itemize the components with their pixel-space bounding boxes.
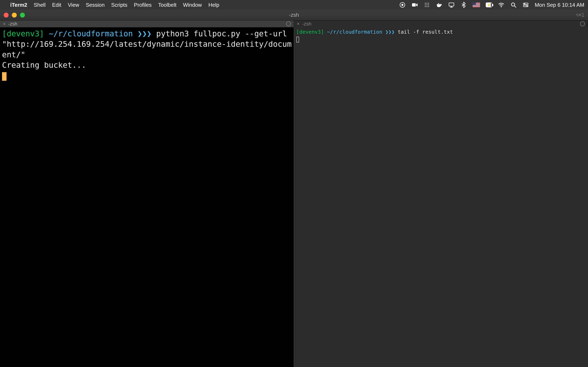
svg-point-3 <box>425 3 426 4</box>
svg-point-8 <box>428 4 429 6</box>
cursor-outline-icon <box>296 37 299 42</box>
terminal-pane-left[interactable]: [devenv3] ~/r/cloudformation ❯❯❯ python3… <box>0 27 294 367</box>
screen-record-icon[interactable] <box>399 2 406 8</box>
svg-point-19 <box>501 7 502 7</box>
svg-point-4 <box>426 3 428 4</box>
window-titlebar[interactable]: -zsh ⌥⌘1 <box>0 10 588 20</box>
tab-2[interactable]: × -zsh ⋯ <box>294 20 588 27</box>
grid-icon[interactable] <box>424 2 430 8</box>
terminal-pane-right[interactable]: [devenv3] ~/r/cloudformation ❯❯❯ tail -f… <box>294 27 588 367</box>
cursor-block-icon <box>2 72 7 81</box>
menubar-right: ⚡ Mon Sep 6 10:14 AM <box>399 2 584 8</box>
menu-help[interactable]: Help <box>208 2 219 8</box>
svg-point-5 <box>428 3 429 4</box>
display-icon[interactable] <box>448 2 455 8</box>
tab-menu-icon[interactable]: ⋯ <box>286 21 291 26</box>
svg-point-1 <box>401 4 403 6</box>
menu-profiles[interactable]: Profiles <box>134 2 152 8</box>
traffic-lights <box>0 13 25 17</box>
window-close-button[interactable] <box>4 13 9 17</box>
svg-rect-18 <box>450 7 453 8</box>
svg-point-25 <box>527 6 527 7</box>
facetime-icon[interactable] <box>411 2 418 8</box>
svg-point-7 <box>426 4 428 6</box>
control-center-icon[interactable] <box>522 2 529 8</box>
tab-close-icon[interactable]: × <box>2 21 7 27</box>
tab-1[interactable]: × -zsh ⋯ <box>0 20 294 27</box>
prompt-path: ~/r/cloudformation <box>49 29 133 38</box>
window-title: -zsh <box>0 12 588 18</box>
terminal-output-line: Creating bucket... <box>2 60 86 69</box>
bluetooth-icon[interactable] <box>460 2 467 8</box>
svg-rect-15 <box>438 3 439 4</box>
window-minimize-button[interactable] <box>12 13 17 17</box>
terminal-command: tail -f result.txt <box>398 29 453 35</box>
svg-rect-17 <box>450 7 452 7</box>
battery-icon[interactable]: ⚡ <box>486 2 492 8</box>
prompt-path: ~/r/cloudformation <box>327 29 382 35</box>
tab-strip: × -zsh ⋯ × -zsh ⋯ <box>0 20 588 27</box>
svg-point-10 <box>426 6 428 7</box>
terminal-panes: [devenv3] ~/r/cloudformation ❯❯❯ python3… <box>0 27 588 367</box>
svg-rect-14 <box>439 4 440 5</box>
menu-scripts[interactable]: Scripts <box>111 2 127 8</box>
macos-menubar: iTerm2 Shell Edit View Session Scripts P… <box>0 0 588 10</box>
svg-point-6 <box>425 4 426 6</box>
svg-line-21 <box>514 6 516 7</box>
prompt-env: [devenv3] <box>296 29 324 35</box>
svg-point-11 <box>428 6 429 7</box>
tab-close-icon[interactable]: × <box>296 21 301 27</box>
svg-rect-12 <box>437 4 438 5</box>
menu-view[interactable]: View <box>68 2 79 8</box>
svg-point-23 <box>524 3 525 4</box>
app-name[interactable]: iTerm2 <box>10 2 27 8</box>
docker-icon[interactable] <box>436 2 442 8</box>
menu-shell[interactable]: Shell <box>34 2 45 8</box>
wifi-icon[interactable] <box>498 2 504 8</box>
window-shortcut-badge: ⌥⌘1 <box>576 12 584 18</box>
prompt-arrows-icon: ❯❯❯ <box>385 29 395 35</box>
tab-label: -zsh <box>8 21 17 27</box>
menubar-clock[interactable]: Mon Sep 6 10:14 AM <box>535 2 584 8</box>
menu-window[interactable]: Window <box>183 2 202 8</box>
svg-rect-2 <box>412 3 416 7</box>
svg-rect-13 <box>438 4 439 5</box>
menu-edit[interactable]: Edit <box>52 2 61 8</box>
menubar-left: iTerm2 Shell Edit View Session Scripts P… <box>4 2 219 8</box>
prompt-arrows-icon: ❯❯❯ <box>138 29 152 38</box>
window-zoom-button[interactable] <box>20 13 25 17</box>
tab-menu-icon[interactable]: ⋯ <box>580 21 585 26</box>
menu-toolbelt[interactable]: Toolbelt <box>158 2 177 8</box>
svg-rect-16 <box>449 3 454 6</box>
svg-point-9 <box>425 6 426 7</box>
menu-session[interactable]: Session <box>86 2 105 8</box>
search-icon[interactable] <box>510 2 517 8</box>
input-source-flag-icon[interactable] <box>473 2 480 7</box>
prompt-env: [devenv3] <box>2 29 44 38</box>
tab-label: -zsh <box>302 21 311 27</box>
